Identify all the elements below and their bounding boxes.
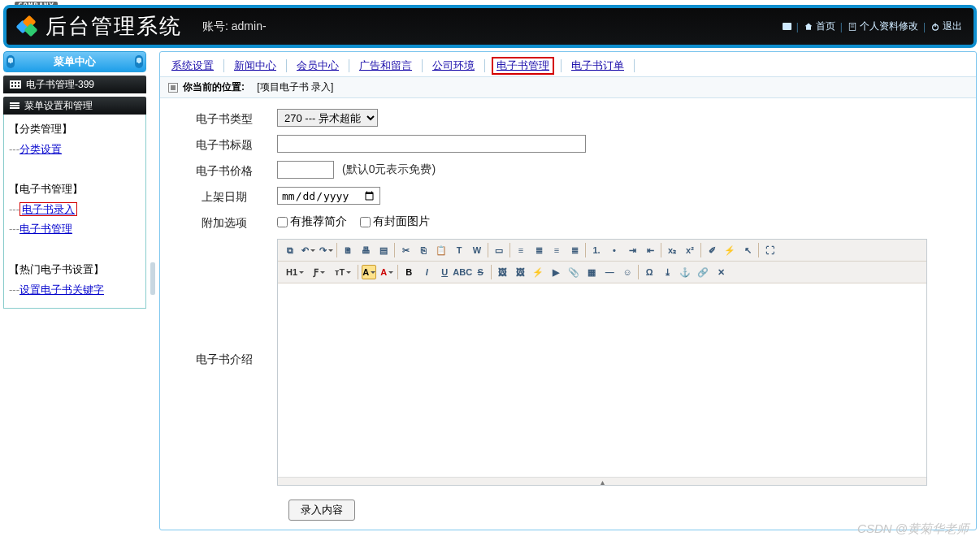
- subscript-icon[interactable]: x₂: [665, 243, 679, 257]
- redo-icon[interactable]: ↷: [319, 243, 333, 257]
- quickformat-icon[interactable]: ⚡: [722, 243, 737, 257]
- print-icon[interactable]: 🖶: [358, 243, 373, 257]
- chk-label-cover: 有封面图片: [373, 214, 430, 229]
- select-tool-icon[interactable]: ↖: [740, 243, 755, 257]
- template-icon[interactable]: ▤: [376, 243, 391, 257]
- font-size-icon[interactable]: тT: [332, 265, 354, 279]
- multi-image-icon[interactable]: 🖼: [513, 265, 527, 279]
- paste-word-icon[interactable]: W: [470, 243, 484, 257]
- main-panel: 系统设置 新闻中心 会员中心 广告和留言 公司环境 电子书管理 电子书订单 你当…: [159, 51, 977, 530]
- pagebreak-icon[interactable]: ⤓: [660, 265, 674, 279]
- group-category: 【分类管理】: [9, 119, 141, 140]
- undo-icon[interactable]: ↶: [301, 243, 315, 257]
- flash-icon[interactable]: ⚡: [531, 265, 545, 279]
- tab-ebook-orders[interactable]: 电子书订单: [568, 57, 627, 75]
- tab-news[interactable]: 新闻中心: [231, 57, 280, 75]
- list-ul-icon[interactable]: •: [607, 243, 622, 257]
- paste-icon[interactable]: 📋: [434, 243, 449, 257]
- underline-icon[interactable]: U: [437, 265, 452, 279]
- superscript-icon[interactable]: x²: [683, 243, 697, 257]
- select-type[interactable]: 270 --- 异术超能: [277, 109, 378, 127]
- align-center-icon[interactable]: ≣: [531, 243, 546, 257]
- chk-has-cover[interactable]: [360, 217, 371, 227]
- logo-icon: [18, 17, 37, 37]
- label-extra: 附加选项: [171, 213, 277, 231]
- label-title: 电子书标题: [171, 135, 277, 153]
- sidebar-box: 【分类管理】 ---分类设置 【电子书管理】 ---电子书录入 ---电子书管理…: [3, 115, 146, 309]
- preview-icon[interactable]: 🗎: [340, 243, 355, 257]
- text-color-icon[interactable]: A: [379, 265, 394, 279]
- breadcrumb-icon: [168, 83, 178, 93]
- align-justify-icon[interactable]: ≣: [567, 243, 582, 257]
- profile-icon: [848, 22, 857, 32]
- logout-link[interactable]: 退出: [930, 19, 962, 33]
- tab-system[interactable]: 系统设置: [168, 57, 217, 75]
- fullscreen-icon[interactable]: ⛶: [762, 243, 777, 257]
- media-icon[interactable]: ▶: [549, 265, 563, 279]
- label-price: 电子书价格: [171, 161, 277, 179]
- table-icon[interactable]: ▦: [584, 265, 599, 279]
- tab-company[interactable]: 公司环境: [429, 57, 478, 75]
- attach-icon[interactable]: 📎: [566, 265, 581, 279]
- hr-icon[interactable]: —: [602, 265, 617, 279]
- price-hint: (默认0元表示免费): [342, 162, 436, 177]
- sidebar-section-ebook[interactable]: 电子书管理-399: [3, 76, 146, 93]
- sidebar-link-ebook-entry[interactable]: 电子书录入: [20, 202, 77, 216]
- chk-label-intro: 有推荐简介: [290, 214, 347, 229]
- cut-icon[interactable]: ✂: [398, 243, 413, 257]
- power-icon: [930, 22, 940, 32]
- rich-editor: ⧉↶↷🗎🖶▤✂⎘📋TW▭≡≣≡≣1.•⇥⇤x₂x²✐⚡↖⛶ H1ƑтTAABIU…: [277, 239, 927, 486]
- header-right-links: | 首页 | 个人资料修改 | 退出: [783, 19, 962, 33]
- splitter[interactable]: [150, 51, 156, 530]
- list-ol-icon[interactable]: 1.: [589, 243, 604, 257]
- menu-center-title: 菜单中心: [3, 51, 146, 72]
- char-icon[interactable]: Ω: [642, 265, 657, 279]
- tab-member[interactable]: 会员中心: [293, 57, 342, 75]
- sidebar-link-category-setting[interactable]: 分类设置: [20, 143, 62, 155]
- sidebar-link-ebook-manage[interactable]: 电子书管理: [20, 223, 72, 235]
- editor-toolbar-1: ⧉↶↷🗎🖶▤✂⎘📋TW▭≡≣≡≣1.•⇥⇤x₂x²✐⚡↖⛶: [278, 240, 926, 262]
- select-all-icon[interactable]: ▭: [492, 243, 506, 257]
- profile-link[interactable]: 个人资料修改: [848, 19, 918, 33]
- abc-icon[interactable]: ABC: [455, 265, 470, 279]
- chk-has-intro[interactable]: [277, 217, 288, 227]
- italic-icon[interactable]: I: [419, 265, 434, 279]
- align-left-icon[interactable]: ≡: [514, 243, 528, 257]
- align-right-icon[interactable]: ≡: [549, 243, 564, 257]
- tab-ads[interactable]: 广告和留言: [356, 57, 415, 75]
- label-date: 上架日期: [171, 187, 277, 205]
- unlink-icon[interactable]: ✕: [713, 265, 728, 279]
- paste-plain-icon[interactable]: T: [452, 243, 466, 257]
- submit-button[interactable]: 录入内容: [288, 500, 355, 521]
- tab-ebook-manage[interactable]: 电子书管理: [492, 57, 554, 75]
- label-intro: 电子书介绍: [171, 239, 277, 367]
- group-ebook: 【电子书管理】: [9, 180, 141, 200]
- input-date[interactable]: [277, 187, 380, 205]
- input-title[interactable]: [277, 135, 586, 153]
- strikethrough-icon[interactable]: S: [473, 265, 488, 279]
- h1-label[interactable]: H1: [283, 265, 307, 279]
- anchor-icon[interactable]: ⚓: [678, 265, 692, 279]
- group-hot: 【热门电子书设置】: [9, 260, 141, 280]
- link-icon[interactable]: 🔗: [696, 265, 710, 279]
- outdent-icon[interactable]: ⇤: [643, 243, 657, 257]
- header-bar: 后台管理系统 账号: admin- | 首页 | 个人资料修改 | 退出: [3, 5, 977, 48]
- home-icon: [804, 22, 813, 32]
- home-link[interactable]: 首页: [804, 19, 835, 33]
- indent-icon[interactable]: ⇥: [625, 243, 640, 257]
- copy-icon[interactable]: ⎘: [416, 243, 431, 257]
- sidebar-section-menuset[interactable]: 菜单设置和管理: [3, 97, 146, 115]
- image-icon[interactable]: 🖼: [495, 265, 510, 279]
- emoji-icon[interactable]: ☺: [620, 265, 635, 279]
- font-family-icon[interactable]: Ƒ: [310, 265, 328, 279]
- breadcrumb: 你当前的位置: [项目电子书 录入]: [160, 77, 976, 98]
- sidebar-link-hot-keywords[interactable]: 设置电子书关键字: [20, 283, 104, 296]
- account-display: 账号: admin-: [202, 19, 267, 34]
- bold-icon[interactable]: B: [401, 265, 416, 279]
- editor-resize-handle[interactable]: ▴: [278, 477, 926, 485]
- bg-color-icon[interactable]: A: [362, 265, 376, 279]
- eraser-icon[interactable]: ✐: [705, 243, 719, 257]
- editor-textarea[interactable]: [278, 283, 926, 477]
- input-price[interactable]: [277, 161, 334, 179]
- source-icon[interactable]: ⧉: [283, 243, 297, 257]
